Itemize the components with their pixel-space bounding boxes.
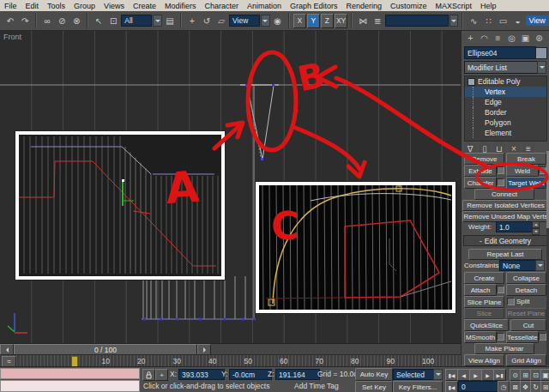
mirror-icon[interactable]: ⋈ bbox=[356, 13, 370, 28]
z-coordinate-field[interactable]: 191.164 bbox=[275, 369, 320, 380]
min-max-toggle-icon[interactable]: ⊞ bbox=[540, 381, 549, 392]
menu-item-file[interactable]: File bbox=[0, 2, 21, 10]
layer-manager-icon[interactable]: ≣ bbox=[371, 13, 384, 28]
slice-plane-button[interactable]: Slice Plane bbox=[464, 296, 504, 308]
display-tab-icon[interactable]: ▣ bbox=[519, 32, 532, 44]
axis-constraint-x[interactable]: X bbox=[293, 14, 306, 28]
viewport-label[interactable]: Front bbox=[3, 33, 21, 41]
front-viewport[interactable]: Front bbox=[0, 31, 461, 343]
named-selection-arrow-icon[interactable] bbox=[449, 15, 458, 27]
move-icon[interactable]: + bbox=[185, 13, 199, 28]
select-by-name-icon[interactable]: ▤ bbox=[163, 13, 177, 28]
selection-region-icon[interactable]: ⊡ bbox=[106, 13, 120, 28]
bind-spacewarp-icon[interactable]: ⊗ bbox=[69, 13, 83, 28]
connect-button[interactable]: Connect bbox=[474, 189, 534, 200]
collapse-button[interactable]: Collapse bbox=[506, 272, 546, 284]
menu-item-modifiers[interactable]: Modifiers bbox=[160, 2, 201, 10]
modifier-list-dropdown[interactable]: Modifier List bbox=[464, 61, 541, 74]
previous-frame-icon[interactable]: ◀ bbox=[457, 369, 470, 381]
extrude-button[interactable]: Extrude bbox=[464, 165, 497, 177]
time-configuration-icon[interactable]: ◷ bbox=[498, 381, 510, 392]
attach-settings-box[interactable] bbox=[497, 286, 504, 293]
cut-button[interactable]: Cut bbox=[510, 319, 546, 331]
view-align-button[interactable]: View Align bbox=[464, 354, 504, 366]
curve-editor-icon[interactable]: ∿ bbox=[467, 13, 480, 28]
repeat-last-button[interactable]: Repeat Last bbox=[468, 249, 542, 260]
msmooth-button[interactable]: MSmooth bbox=[464, 331, 497, 343]
menu-item-customize[interactable]: Customize bbox=[386, 2, 431, 10]
menu-item-views[interactable]: Views bbox=[100, 2, 129, 10]
link-icon[interactable]: ∞ bbox=[40, 13, 54, 28]
menu-item-edit[interactable]: Edit bbox=[21, 2, 44, 10]
go-to-start-frame-icon[interactable]: ▮◀ bbox=[445, 381, 458, 392]
menu-item-maxscript[interactable]: MAXScript bbox=[431, 2, 477, 10]
render-setup-icon[interactable]: ▭ bbox=[496, 13, 510, 28]
unlink-icon[interactable]: ⊘ bbox=[55, 13, 69, 28]
rotate-icon[interactable]: ↺ bbox=[200, 13, 214, 28]
x-coordinate-field[interactable]: 393.033 bbox=[178, 369, 225, 380]
axis-constraint-z[interactable]: Z bbox=[321, 14, 334, 28]
stack-item-editable-poly[interactable]: Editable Poly bbox=[465, 76, 546, 87]
constraints-dropdown[interactable]: None bbox=[499, 260, 540, 271]
zoom-extents-all-icon[interactable]: ▣ bbox=[540, 369, 549, 381]
attach-button[interactable]: Attach bbox=[464, 284, 497, 296]
modify-tab-icon[interactable]: ◠ bbox=[478, 32, 491, 44]
menu-item-create[interactable]: Create bbox=[129, 2, 160, 10]
redo-icon[interactable]: ↷ bbox=[18, 13, 32, 28]
object-name-field[interactable]: Ellipse04 bbox=[464, 46, 536, 59]
weight-field[interactable]: 1.0 bbox=[496, 221, 535, 232]
go-to-end-icon[interactable]: ▶▮ bbox=[493, 369, 506, 381]
play-icon[interactable]: ▶ bbox=[469, 369, 482, 381]
weld-settings-box[interactable] bbox=[539, 166, 546, 174]
constraints-arrow-icon[interactable] bbox=[535, 260, 545, 271]
quick-render-icon[interactable]: ◒ bbox=[510, 13, 524, 28]
key-mode-dropdown[interactable]: Selected bbox=[393, 369, 439, 380]
create-tab-icon[interactable]: + bbox=[464, 32, 477, 44]
auto-key-button[interactable]: Auto Key bbox=[355, 368, 393, 381]
maxscript-listener-pink[interactable] bbox=[0, 368, 140, 379]
reference-coordinate-dropdown[interactable]: View bbox=[229, 15, 260, 27]
menu-item-group[interactable]: Group bbox=[69, 2, 100, 10]
set-key-button[interactable]: Set Key bbox=[355, 381, 393, 392]
detach-button[interactable]: Detach bbox=[506, 284, 546, 296]
axis-constraint-y[interactable]: Y bbox=[307, 14, 320, 28]
break-button[interactable]: Break bbox=[506, 153, 546, 165]
menu-item-animation[interactable]: Animation bbox=[243, 2, 286, 10]
remove-button[interactable]: Remove bbox=[464, 153, 504, 165]
create-button[interactable]: Create bbox=[464, 272, 504, 284]
track-bar[interactable]: ≈ 102030405060708090100 bbox=[0, 354, 461, 367]
reference-coordinate-arrow-icon[interactable] bbox=[261, 15, 269, 27]
menu-item-tools[interactable]: Tools bbox=[43, 2, 69, 10]
key-filters-button[interactable]: Key Filters... bbox=[393, 381, 443, 392]
undo-icon[interactable]: ↶ bbox=[3, 13, 17, 28]
weight-spinner[interactable] bbox=[532, 221, 540, 235]
grid-align-button[interactable]: Grid Align bbox=[506, 354, 546, 366]
scale-icon[interactable]: ▱ bbox=[214, 13, 228, 28]
hierarchy-tab-icon[interactable]: ≡ bbox=[492, 32, 504, 44]
add-time-tag[interactable]: Add Time Tag bbox=[294, 382, 339, 390]
extrude-settings-box[interactable] bbox=[497, 166, 504, 174]
next-frame-icon[interactable]: ▶ bbox=[481, 369, 494, 381]
named-selection-sets-dropdown[interactable] bbox=[385, 15, 449, 27]
stack-item-border[interactable]: Border bbox=[465, 107, 546, 118]
chamfer-button[interactable]: Chamfer bbox=[464, 177, 497, 189]
remove-isolated-vertices-button[interactable]: Remove Isolated Vertices bbox=[462, 200, 549, 211]
motion-tab-icon[interactable]: ◎ bbox=[505, 32, 518, 44]
go-to-start-icon[interactable]: ▮◀ bbox=[445, 369, 458, 381]
quickslice-button[interactable]: QuickSlice bbox=[464, 319, 509, 331]
split-checkbox[interactable] bbox=[507, 298, 515, 305]
menu-item-character[interactable]: Character bbox=[200, 2, 243, 10]
absolute-offset-mode-icon[interactable]: + bbox=[155, 369, 168, 381]
selection-filter-arrow-icon[interactable] bbox=[153, 15, 161, 27]
current-frame-field[interactable]: 0 bbox=[458, 381, 503, 392]
select-object-icon[interactable]: ↖ bbox=[92, 13, 106, 28]
utilities-tab-icon[interactable]: ⊛ bbox=[533, 32, 546, 44]
edit-geometry-rollout-header[interactable]: - Edit Geometry bbox=[463, 235, 547, 246]
schematic-view-icon[interactable]: ∷ bbox=[481, 13, 495, 28]
y-coordinate-field[interactable]: -0.0cm bbox=[229, 369, 272, 380]
stack-item-vertex[interactable]: Vertex bbox=[465, 87, 546, 97]
stack-item-polygon[interactable]: Polygon bbox=[465, 118, 546, 128]
chamfer-settings-box[interactable] bbox=[497, 178, 504, 186]
axis-constraint-xy[interactable]: XY bbox=[335, 14, 347, 28]
msmooth-settings-box[interactable] bbox=[497, 333, 504, 341]
